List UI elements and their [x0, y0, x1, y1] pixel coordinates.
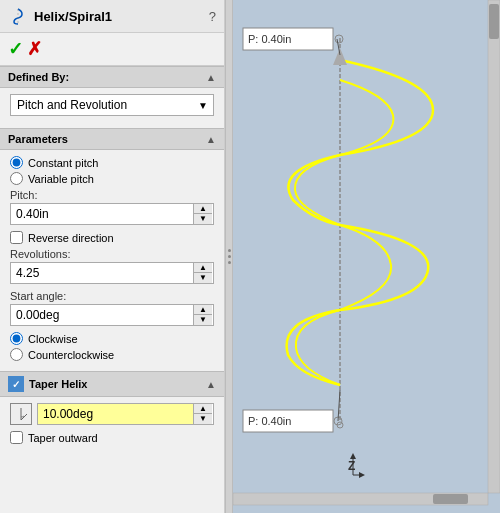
- start-angle-down-button[interactable]: ▼: [194, 315, 212, 325]
- direction-group: Clockwise Counterclockwise: [10, 332, 214, 361]
- svg-rect-3: [233, 0, 500, 513]
- help-icon[interactable]: ?: [209, 9, 216, 24]
- action-buttons-row: ✓ ✗: [0, 33, 224, 66]
- svg-rect-23: [433, 494, 468, 504]
- svg-rect-21: [489, 4, 499, 39]
- variable-pitch-label: Variable pitch: [28, 173, 94, 185]
- cancel-button[interactable]: ✗: [27, 38, 42, 60]
- parameters-chevron: ▲: [206, 134, 216, 145]
- ok-button[interactable]: ✓: [8, 38, 23, 60]
- taper-angle-spinner: ▲ ▼: [193, 404, 212, 424]
- pitch-label: Pitch:: [10, 189, 214, 201]
- pitch-input[interactable]: [11, 204, 193, 224]
- pitch-row: Pitch: ▲ ▼: [10, 189, 214, 225]
- resize-handle[interactable]: [225, 0, 233, 513]
- panel-header: Helix/Spiral1 ?: [0, 0, 224, 33]
- pitch-down-button[interactable]: ▼: [194, 214, 212, 224]
- counterclockwise-label: Counterclockwise: [28, 349, 114, 361]
- defined-by-select-wrapper: Pitch and Revolution ▼: [10, 94, 214, 116]
- taper-helix-label: Taper Helix: [29, 378, 88, 390]
- defined-by-select[interactable]: Pitch and Revolution: [10, 94, 214, 116]
- taper-angle-input[interactable]: [38, 404, 193, 424]
- revolutions-label: Revolutions:: [10, 248, 214, 260]
- panel-title: Helix/Spiral1: [8, 6, 112, 26]
- taper-outward-label: Taper outward: [28, 432, 98, 444]
- reverse-direction-row: Reverse direction: [10, 231, 214, 244]
- svg-rect-20: [488, 0, 500, 493]
- resize-dot-1: [228, 249, 231, 252]
- start-angle-label: Start angle:: [10, 290, 214, 302]
- reverse-direction-label: Reverse direction: [28, 232, 114, 244]
- variable-pitch-radio-item[interactable]: Variable pitch: [10, 172, 214, 185]
- panel-title-text: Helix/Spiral1: [34, 9, 112, 24]
- taper-check-mark: ✓: [12, 379, 20, 390]
- constant-pitch-label: Constant pitch: [28, 157, 98, 169]
- revolutions-input[interactable]: [11, 263, 193, 283]
- svg-text:Z: Z: [348, 459, 355, 473]
- taper-angle-icon: [10, 403, 32, 425]
- constant-pitch-radio[interactable]: [10, 156, 23, 169]
- properties-panel: Helix/Spiral1 ? ✓ ✗ Defined By: ▲ Pitch …: [0, 0, 225, 513]
- taper-title-row: ✓ Taper Helix: [8, 376, 88, 392]
- revolutions-up-button[interactable]: ▲: [194, 263, 212, 273]
- pitch-type-group: Constant pitch Variable pitch: [10, 156, 214, 185]
- taper-angle-input-wrapper: ▲ ▼: [37, 403, 214, 425]
- viewport-svg: P: 0.40in P: 0.40in Z: [233, 0, 500, 513]
- pitch-spinner: ▲ ▼: [193, 204, 212, 224]
- resize-dot-2: [228, 255, 231, 258]
- revolutions-down-button[interactable]: ▼: [194, 273, 212, 283]
- clockwise-label: Clockwise: [28, 333, 78, 345]
- taper-helix-section-header[interactable]: ✓ Taper Helix ▲: [0, 371, 224, 397]
- constant-pitch-radio-item[interactable]: Constant pitch: [10, 156, 214, 169]
- resize-dot-3: [228, 261, 231, 264]
- start-angle-input[interactable]: [11, 305, 193, 325]
- parameters-content: Constant pitch Variable pitch Pitch: ▲ ▼…: [0, 150, 224, 371]
- clockwise-radio-item[interactable]: Clockwise: [10, 332, 214, 345]
- resize-dots: [228, 249, 231, 264]
- taper-outward-checkbox[interactable]: [10, 431, 23, 444]
- start-angle-input-wrapper: ▲ ▼: [10, 304, 214, 326]
- taper-angle-down-button[interactable]: ▼: [194, 414, 212, 424]
- counterclockwise-radio-item[interactable]: Counterclockwise: [10, 348, 214, 361]
- parameters-label: Parameters: [8, 133, 68, 145]
- taper-outward-row: Taper outward: [10, 431, 214, 444]
- revolutions-row: Revolutions: ▲ ▼: [10, 248, 214, 284]
- defined-by-content: Pitch and Revolution ▼: [0, 88, 224, 128]
- taper-helix-chevron: ▲: [206, 379, 216, 390]
- defined-by-chevron: ▲: [206, 72, 216, 83]
- taper-checkbox-icon: ✓: [8, 376, 24, 392]
- defined-by-label: Defined By:: [8, 71, 69, 83]
- svg-text:P:    0.40in: P: 0.40in: [248, 415, 291, 427]
- helix-icon: [8, 6, 28, 26]
- defined-by-row: Pitch and Revolution ▼: [10, 94, 214, 116]
- start-angle-spinner: ▲ ▼: [193, 305, 212, 325]
- pitch-up-button[interactable]: ▲: [194, 204, 212, 214]
- svg-text:P:    0.40in: P: 0.40in: [248, 33, 291, 45]
- revolutions-spinner: ▲ ▼: [193, 263, 212, 283]
- defined-by-section-header[interactable]: Defined By: ▲: [0, 66, 224, 88]
- start-angle-up-button[interactable]: ▲: [194, 305, 212, 315]
- reverse-direction-checkbox[interactable]: [10, 231, 23, 244]
- parameters-section-header[interactable]: Parameters ▲: [0, 128, 224, 150]
- revolutions-input-wrapper: ▲ ▼: [10, 262, 214, 284]
- taper-angle-row: ▲ ▼: [10, 403, 214, 425]
- pitch-input-wrapper: ▲ ▼: [10, 203, 214, 225]
- taper-angle-up-button[interactable]: ▲: [194, 404, 212, 414]
- 3d-viewport[interactable]: P: 0.40in P: 0.40in Z: [233, 0, 500, 513]
- taper-helix-content: ▲ ▼ Taper outward: [0, 397, 224, 454]
- counterclockwise-radio[interactable]: [10, 348, 23, 361]
- start-angle-row: Start angle: ▲ ▼: [10, 290, 214, 326]
- variable-pitch-radio[interactable]: [10, 172, 23, 185]
- clockwise-radio[interactable]: [10, 332, 23, 345]
